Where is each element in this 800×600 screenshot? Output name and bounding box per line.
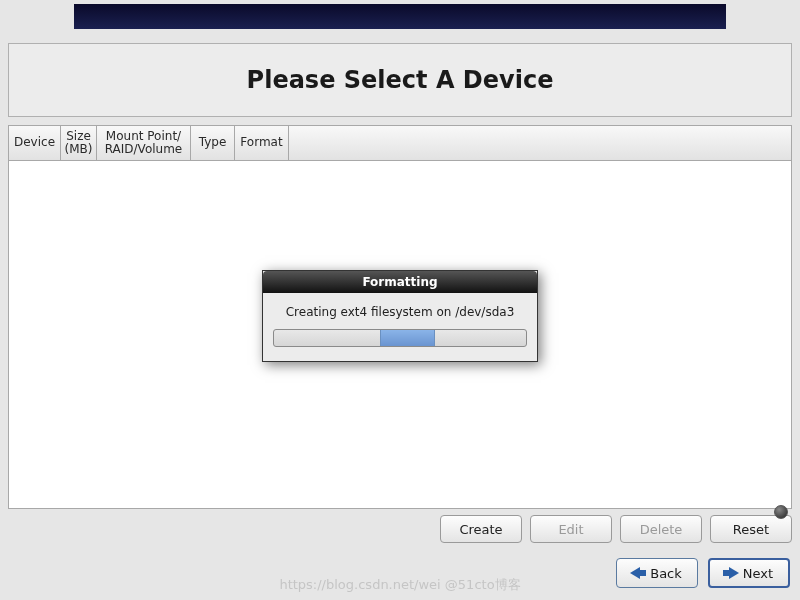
formatting-dialog: Formatting Creating ext4 filesystem on /… [262, 270, 538, 362]
col-size[interactable]: Size (MB) [61, 126, 97, 160]
dialog-title: Formatting [263, 271, 537, 293]
reset-button[interactable]: Reset [710, 515, 792, 543]
create-button[interactable]: Create [440, 515, 522, 543]
arrow-right-icon [723, 567, 739, 579]
dialog-message: Creating ext4 filesystem on /dev/sda3 [273, 305, 527, 319]
delete-button: Delete [620, 515, 702, 543]
back-button[interactable]: Back [616, 558, 698, 588]
arrow-left-icon [630, 567, 646, 579]
device-table-header: Device Size (MB) Mount Point/ RAID/Volum… [8, 125, 792, 161]
progress-chunk [380, 330, 435, 346]
back-label: Back [650, 566, 682, 581]
installer-banner [74, 4, 726, 29]
col-type[interactable]: Type [191, 126, 235, 160]
nav-row: Back Next [616, 558, 790, 588]
col-size-line2: (MB) [65, 143, 93, 156]
col-spacer [289, 126, 791, 160]
col-format[interactable]: Format [235, 126, 289, 160]
next-label: Next [743, 566, 773, 581]
edit-button: Edit [530, 515, 612, 543]
action-row: Create Edit Delete Reset [8, 515, 792, 543]
page-title: Please Select A Device [247, 66, 554, 94]
dialog-body: Creating ext4 filesystem on /dev/sda3 [263, 293, 537, 361]
col-mountpoint[interactable]: Mount Point/ RAID/Volume [97, 126, 191, 160]
notification-indicator-icon [774, 505, 788, 519]
title-panel: Please Select A Device [8, 43, 792, 117]
next-button[interactable]: Next [708, 558, 790, 588]
col-device[interactable]: Device [9, 126, 61, 160]
col-mount-line2: RAID/Volume [105, 143, 183, 156]
progress-bar [273, 329, 527, 347]
